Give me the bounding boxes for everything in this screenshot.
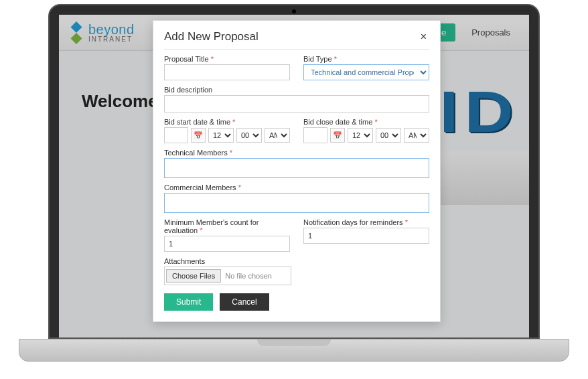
modal-actions: Submit Cancel	[164, 293, 429, 311]
modal-title-text: Add New Proposal	[164, 30, 259, 44]
laptop-frame: beyond INTRANET Home Proposals Welcome t…	[48, 4, 540, 339]
laptop-base	[19, 339, 569, 362]
bid-description-label: Bid description	[164, 86, 429, 94]
camera-dot	[292, 9, 296, 13]
bid-close-ampm-select[interactable]: AM	[404, 128, 429, 143]
bid-start-ampm-select[interactable]: AM	[265, 128, 290, 143]
submit-button[interactable]: Submit	[164, 293, 213, 311]
bid-start-hour-select[interactable]: 12	[208, 128, 234, 143]
required-marker: *	[374, 118, 377, 126]
required-marker: *	[200, 226, 202, 234]
calendar-icon[interactable]: 📅	[191, 128, 206, 143]
required-marker: *	[232, 118, 235, 126]
modal-header: Add New Proposal ×	[164, 30, 429, 50]
required-marker: *	[211, 55, 214, 63]
bid-close-label: Bid close date & time *	[303, 118, 429, 126]
required-marker: *	[230, 149, 232, 157]
bid-type-label: Bid Type *	[303, 55, 429, 63]
add-proposal-modal: Add New Proposal × Proposal Title * Bid …	[153, 20, 441, 322]
bid-start-datetime: 📅 12 00 AM	[164, 127, 290, 143]
laptop-notch	[257, 339, 331, 346]
technical-members-label: Technical Members *	[164, 149, 429, 157]
close-icon[interactable]: ×	[418, 31, 429, 43]
attachments-label: Attachments	[164, 257, 429, 265]
required-marker: *	[238, 183, 241, 192]
min-count-input[interactable]	[164, 236, 290, 252]
notification-days-input[interactable]	[303, 228, 429, 244]
bid-close-datetime: 📅 12 00 AM	[303, 127, 429, 143]
file-chooser[interactable]: Choose Files No file chosen	[164, 267, 291, 285]
technical-members-input[interactable]	[164, 158, 429, 178]
file-status-text: No file chosen	[225, 272, 272, 280]
bid-close-hour-select[interactable]: 12	[348, 128, 373, 143]
bid-description-input[interactable]	[164, 95, 429, 112]
bid-start-date-input[interactable]	[164, 127, 188, 143]
choose-files-button[interactable]: Choose Files	[166, 269, 221, 283]
required-marker: *	[405, 218, 408, 226]
required-marker: *	[334, 55, 337, 63]
bid-close-minute-select[interactable]: 00	[376, 128, 401, 143]
notification-days-label: Notification days for reminders *	[303, 218, 429, 226]
proposal-title-input[interactable]	[164, 64, 290, 80]
bid-start-minute-select[interactable]: 00	[236, 128, 262, 143]
cancel-button[interactable]: Cancel	[220, 293, 269, 311]
screen: beyond INTRANET Home Proposals Welcome t…	[59, 15, 529, 337]
bid-start-label: Bid start date & time *	[164, 118, 290, 126]
commercial-members-label: Commercial Members *	[164, 183, 429, 192]
calendar-icon[interactable]: 📅	[330, 128, 345, 143]
min-count-label: Minimum Member's count for evaluation *	[164, 218, 290, 234]
bid-close-date-input[interactable]	[303, 127, 327, 143]
commercial-members-input[interactable]	[164, 193, 429, 213]
proposal-title-label: Proposal Title *	[164, 55, 290, 63]
bid-type-select[interactable]: Technical and commercial Proposal separa…	[303, 64, 429, 80]
